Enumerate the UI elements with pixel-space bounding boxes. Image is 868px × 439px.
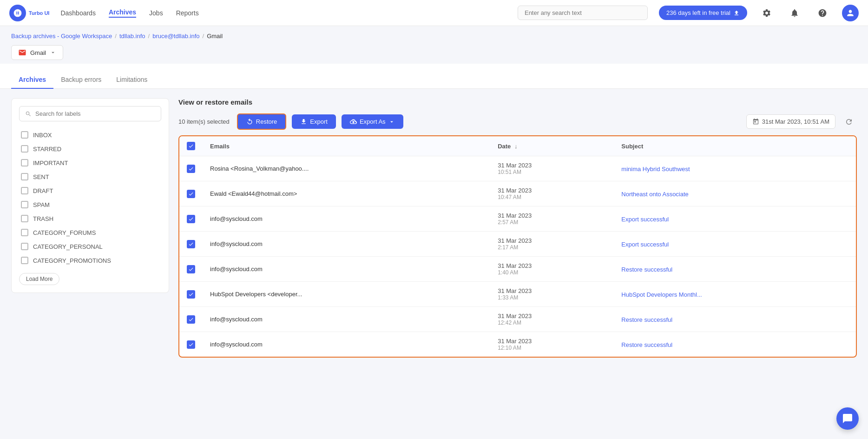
checkbox-draft[interactable] [21, 187, 28, 194]
tab-limitations[interactable]: Limitations [109, 71, 155, 89]
row-check-7[interactable] [179, 332, 203, 357]
label-item-sent[interactable]: SENT [19, 170, 161, 184]
calendar-icon [752, 118, 759, 125]
sidebar-search-box[interactable] [19, 106, 161, 121]
email-table: Emails Date ↓ Subject [179, 136, 856, 357]
restore-button[interactable]: Restore [237, 113, 287, 130]
label-item-trash[interactable]: TRASH [19, 212, 161, 226]
label-item-category-forums[interactable]: CATEGORY_FORUMS [19, 226, 161, 239]
checkbox-sent[interactable] [21, 173, 28, 180]
checkbox-row-3[interactable] [187, 240, 195, 248]
label-item-spam[interactable]: SPAM [19, 198, 161, 212]
check-icon [188, 317, 194, 322]
checkbox-category-personal[interactable] [21, 243, 28, 250]
export-icon [300, 118, 307, 125]
label-item-draft[interactable]: DRAFT [19, 184, 161, 198]
breadcrumb-tdllab[interactable]: tdllab.info [119, 33, 145, 40]
label-item-inbox[interactable]: INBOX [19, 128, 161, 142]
logo-area[interactable]: Turbo UI [9, 5, 49, 21]
checkbox-trash[interactable] [21, 215, 28, 222]
export-button[interactable]: Export [292, 114, 336, 129]
select-all-checkbox[interactable] [187, 142, 195, 150]
row-subject-6[interactable]: Restore successful [614, 307, 856, 332]
checkbox-row-7[interactable] [187, 340, 195, 349]
row-subject-5[interactable]: HubSpot Developers Monthl... [614, 282, 856, 307]
label-category-promotions: CATEGORY_PROMOTIONS [33, 257, 111, 264]
subject-link-2[interactable]: Export successful [621, 216, 669, 223]
subject-link-3[interactable]: Export successful [621, 241, 669, 248]
row-check-4[interactable] [179, 257, 203, 282]
trial-button[interactable]: 236 days left in free trial [659, 6, 747, 20]
row-sender-0: Rosina <Rosina_Volkman@yahoo.... [203, 156, 490, 181]
label-item-important[interactable]: IMPORTANT [19, 156, 161, 170]
checkbox-row-4[interactable] [187, 265, 195, 273]
subject-link-5[interactable]: HubSpot Developers Monthl... [621, 291, 702, 298]
row-date-3: 31 Mar 2023 2:17 AM [490, 232, 614, 257]
tab-backup-errors[interactable]: Backup errors [53, 71, 109, 89]
subject-link-6[interactable]: Restore successful [621, 316, 672, 323]
label-item-category-personal[interactable]: CATEGORY_PERSONAL [19, 239, 161, 253]
help-button[interactable] [814, 5, 831, 21]
row-check-2[interactable] [179, 206, 203, 232]
row-check-3[interactable] [179, 232, 203, 257]
row-date-line1-5: 31 Mar 2023 [498, 287, 606, 294]
subject-link-0[interactable]: minima Hybrid Southwest [621, 166, 690, 173]
label-item-starred[interactable]: STARRED [19, 142, 161, 156]
breadcrumb-bruce[interactable]: bruce@tdllab.info [152, 33, 199, 40]
col-check [179, 136, 203, 156]
check-icon [188, 216, 194, 222]
subject-link-4[interactable]: Restore successful [621, 266, 672, 273]
nav-archives[interactable]: Archives [109, 8, 136, 18]
col-date-header[interactable]: Date ↓ [490, 136, 614, 156]
load-more-button[interactable]: Load More [19, 273, 59, 285]
checkbox-starred[interactable] [21, 145, 28, 153]
subject-link-1[interactable]: Northeast onto Associate [621, 191, 689, 198]
checkbox-row-1[interactable] [187, 190, 195, 198]
settings-button[interactable] [758, 5, 775, 21]
nav-links: Dashboards Archives Jobs Reports [60, 8, 198, 18]
checkbox-row-2[interactable] [187, 215, 195, 223]
refresh-button[interactable] [841, 114, 857, 130]
sidebar-search-input[interactable] [35, 110, 155, 117]
nav-reports[interactable]: Reports [176, 9, 199, 17]
row-subject-0[interactable]: minima Hybrid Southwest [614, 156, 856, 181]
gmail-selector[interactable]: Gmail [11, 45, 63, 60]
row-date-line1-2: 31 Mar 2023 [498, 212, 606, 219]
label-item-category-promotions[interactable]: CATEGORY_PROMOTIONS [19, 253, 161, 267]
checkbox-row-6[interactable] [187, 315, 195, 324]
row-check-0[interactable] [179, 156, 203, 181]
checkbox-category-promotions[interactable] [21, 257, 28, 264]
row-subject-1[interactable]: Northeast onto Associate [614, 181, 856, 206]
tab-archives[interactable]: Archives [11, 71, 53, 89]
row-check-5[interactable] [179, 282, 203, 307]
chat-bubble[interactable] [836, 407, 859, 430]
avatar-button[interactable] [842, 5, 859, 21]
row-date-5: 31 Mar 2023 1:33 AM [490, 282, 614, 307]
search-input[interactable] [518, 6, 648, 20]
nav-jobs[interactable]: Jobs [149, 9, 163, 17]
row-subject-7[interactable]: Restore successful [614, 332, 856, 357]
breadcrumb-gmail: Gmail [207, 33, 223, 40]
export-as-button[interactable]: Export As [342, 114, 403, 129]
checkbox-inbox[interactable] [21, 131, 28, 139]
row-subject-2[interactable]: Export successful [614, 206, 856, 232]
checkbox-row-0[interactable] [187, 165, 195, 173]
checkbox-important[interactable] [21, 159, 28, 166]
row-sender-6: info@syscloud.com [203, 307, 490, 332]
row-check-6[interactable] [179, 307, 203, 332]
breadcrumb-workspace[interactable]: Backup archives - Google Workspace [11, 33, 112, 40]
date-display[interactable]: 31st Mar 2023, 10:51 AM [746, 114, 835, 129]
label-category-personal: CATEGORY_PERSONAL [33, 243, 103, 250]
nav-dashboards[interactable]: Dashboards [60, 9, 96, 17]
breadcrumb: Backup archives - Google Workspace / tdl… [0, 26, 868, 42]
subject-link-7[interactable]: Restore successful [621, 341, 672, 348]
gmail-icon [18, 48, 26, 57]
checkbox-row-5[interactable] [187, 290, 195, 299]
row-time-4: 1:40 AM [498, 269, 606, 276]
checkbox-spam[interactable] [21, 201, 28, 208]
row-subject-4[interactable]: Restore successful [614, 257, 856, 282]
notifications-button[interactable] [786, 5, 803, 21]
row-subject-3[interactable]: Export successful [614, 232, 856, 257]
row-check-1[interactable] [179, 181, 203, 206]
checkbox-category-forums[interactable] [21, 229, 28, 236]
